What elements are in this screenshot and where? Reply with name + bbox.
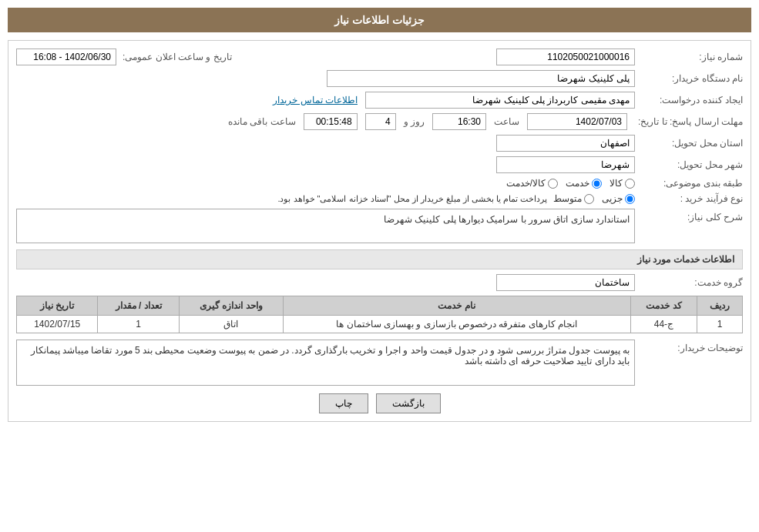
- buyer-station-label: نام دستگاه خریدار:: [635, 73, 743, 84]
- topic-goods-label: کالا: [610, 178, 623, 189]
- announce-date-input[interactable]: [16, 49, 116, 65]
- page-title: جزئیات اطلاعات نیاز: [334, 14, 425, 26]
- cell-unit: اتاق: [179, 316, 283, 333]
- cell-name: انجام کارهای متفرقه درخصوص بازسازی و بهس…: [283, 316, 630, 333]
- service-group-row: گروه خدمت:: [16, 274, 743, 291]
- page-header: جزئیات اطلاعات نیاز: [8, 8, 751, 32]
- deadline-days-input[interactable]: [365, 113, 396, 130]
- print-button[interactable]: چاپ: [319, 393, 368, 413]
- service-group-label: گروه خدمت:: [635, 277, 743, 288]
- process-type-radios: جزیی متوسط: [553, 193, 635, 204]
- topic-both-label: کالا/خدمت: [506, 178, 546, 189]
- col-unit: واحد اندازه گیری: [179, 296, 283, 316]
- need-desc-label: شرح کلی نیاز:: [635, 209, 743, 223]
- delivery-city-row: شهر محل تحویل:: [16, 156, 743, 173]
- deadline-label: مهلت ارسال پاسخ: تا تاریخ:: [632, 116, 743, 127]
- need-desc-text: استاندارد سازی اتاق سرور با سرامیک دیوار…: [384, 214, 630, 225]
- col-count: تعداد / مقدار: [98, 296, 179, 316]
- topic-both-radio[interactable]: [548, 179, 558, 189]
- process-type-row: نوع فرآیند خرید : جزیی متوسط پرداخت تمام…: [16, 193, 743, 204]
- main-content: شماره نیاز: تاریخ و ساعت اعلان عمومی: نا…: [8, 40, 751, 422]
- topic-type-row: طبقه بندی موضوعی: کالا خدمت کالا/خدمت: [16, 178, 743, 189]
- delivery-province-label: استان محل تحویل:: [635, 138, 743, 149]
- process-small-label: جزیی: [602, 193, 623, 204]
- process-small: جزیی: [602, 193, 635, 204]
- back-button[interactable]: بازگشت: [376, 393, 441, 413]
- table-row: 1 ج-44 انجام کارهای متفرقه درخصوص بازساز…: [17, 316, 743, 333]
- deadline-date-input[interactable]: [527, 113, 627, 130]
- process-type-label: نوع فرآیند خرید :: [635, 193, 743, 204]
- cell-row: 1: [697, 316, 743, 333]
- col-date: تاریخ نیاز: [17, 296, 98, 316]
- buyer-station-input[interactable]: [327, 70, 635, 87]
- delivery-province-input[interactable]: [496, 135, 635, 152]
- services-section-title: اطلاعات خدمات مورد نیاز: [16, 249, 743, 269]
- buyer-notes-label: توضیحات خریدار:: [635, 340, 743, 353]
- buyer-notes-row: توضیحات خریدار: به پیوست جدول متراژ بررس…: [16, 340, 743, 386]
- col-name: نام خدمت: [283, 296, 630, 316]
- buyer-notes-box: به پیوست جدول متراژ بررسی شود و در جدول …: [16, 340, 635, 386]
- topic-goods-radio[interactable]: [625, 179, 635, 189]
- buyer-notes-text: به پیوست جدول متراژ بررسی شود و در جدول …: [31, 345, 630, 366]
- deadline-row: مهلت ارسال پاسخ: تا تاریخ: ساعت روز و سا…: [16, 113, 743, 130]
- need-desc-row: شرح کلی نیاز: استاندارد سازی اتاق سرور ب…: [16, 209, 743, 243]
- cell-code: ج-44: [630, 316, 697, 333]
- topic-type-service: خدمت: [566, 178, 602, 189]
- deadline-time-input[interactable]: [432, 113, 486, 130]
- deadline-time-label: ساعت: [494, 116, 519, 127]
- contact-link[interactable]: اطلاعات تماس خریدار: [273, 95, 358, 105]
- topic-service-radio[interactable]: [592, 179, 602, 189]
- topic-type-both: کالا/خدمت: [506, 178, 558, 189]
- topic-type-radios: کالا خدمت کالا/خدمت: [506, 178, 635, 189]
- delivery-city-input[interactable]: [496, 156, 635, 173]
- cell-date: 1402/07/15: [17, 316, 98, 333]
- page-container: جزئیات اطلاعات نیاز شماره نیاز: تاریخ و …: [0, 0, 759, 532]
- services-table: ردیف کد خدمت نام خدمت واحد اندازه گیری ت…: [16, 296, 743, 333]
- process-small-radio[interactable]: [625, 194, 635, 204]
- process-medium-radio[interactable]: [584, 194, 594, 204]
- button-row: بازگشت چاپ: [16, 393, 743, 413]
- topic-type-label: طبقه بندی موضوعی:: [635, 178, 743, 189]
- buyer-station-row: نام دستگاه خریدار:: [16, 70, 743, 87]
- deadline-remaining-label: ساعت باقی مانده: [228, 116, 296, 127]
- process-note: پرداخت تمام یا بخشی از مبلغ خریدار از مح…: [277, 194, 547, 204]
- delivery-province-row: استان محل تحویل:: [16, 135, 743, 152]
- col-row: ردیف: [697, 296, 743, 316]
- delivery-city-label: شهر محل تحویل:: [635, 159, 743, 170]
- need-desc-box: استاندارد سازی اتاق سرور با سرامیک دیوار…: [16, 209, 635, 243]
- creator-label: ایجاد کننده درخواست:: [635, 95, 743, 105]
- need-number-input[interactable]: [496, 49, 635, 65]
- process-medium: متوسط: [553, 193, 594, 204]
- need-number-row: شماره نیاز: تاریخ و ساعت اعلان عمومی:: [16, 49, 743, 65]
- topic-service-label: خدمت: [566, 178, 589, 189]
- creator-input[interactable]: [365, 92, 635, 109]
- process-medium-label: متوسط: [553, 193, 582, 204]
- deadline-remaining-input[interactable]: [304, 113, 358, 130]
- cell-count: 1: [98, 316, 179, 333]
- deadline-days-label: روز و: [404, 116, 425, 127]
- service-group-input[interactable]: [496, 274, 635, 291]
- col-code: کد خدمت: [630, 296, 697, 316]
- creator-row: ایجاد کننده درخواست: اطلاعات تماس خریدار: [16, 92, 743, 109]
- topic-type-goods: کالا: [610, 178, 635, 189]
- need-number-label: شماره نیاز:: [635, 52, 743, 62]
- announce-date-label: تاریخ و ساعت اعلان عمومی:: [116, 52, 238, 62]
